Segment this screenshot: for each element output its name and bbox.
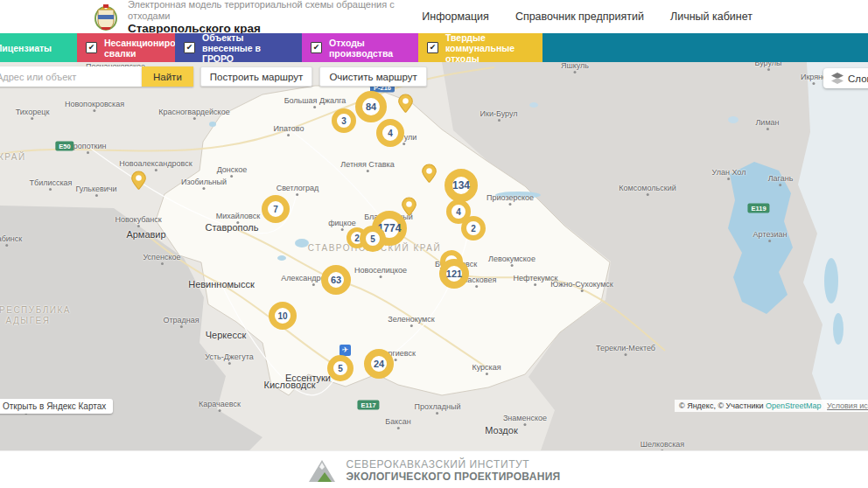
- filter-button-3[interactable]: ✔Объекты внесенные в ГРОРО: [175, 33, 302, 62]
- layers-icon: [831, 73, 844, 84]
- filter-button-label: Лицензиаты: [0, 43, 52, 53]
- nav-item-information[interactable]: Информация: [422, 10, 489, 23]
- map-label: Баксан: [385, 417, 410, 426]
- map-label: Моздок: [485, 425, 517, 436]
- map-label: Черкесск: [206, 330, 246, 340]
- footer: СЕВЕРОКАВКАЗСКИЙ ИНСТИТУТ ЭКОЛОГИЧЕСКОГО…: [0, 450, 868, 488]
- map-label: фицкое: [328, 219, 356, 227]
- filter-button-1[interactable]: ✔Лицензиаты: [0, 33, 77, 62]
- map-label: Летняя Ставка: [340, 160, 394, 169]
- map-label: Тбилисская: [30, 178, 73, 187]
- terms-link[interactable]: Условия использования: [827, 401, 868, 410]
- header: Электронная модель территориальной схемы…: [0, 0, 868, 33]
- pin-marker[interactable]: [131, 171, 146, 193]
- map-label: Артезиан: [753, 230, 788, 239]
- map-label: Яшкуль: [561, 62, 589, 70]
- map-label: Донское: [217, 165, 248, 174]
- map-label: Бурулы: [754, 62, 781, 67]
- map-label: КРАСНОДАРСКИЙ КРАЙ: [0, 152, 26, 162]
- map-label: Карачаевск: [199, 400, 241, 408]
- search-input[interactable]: [0, 66, 142, 87]
- cluster-marker[interactable]: 5: [327, 355, 354, 381]
- app-title-line1: Электронная модель территориальной схемы…: [128, 0, 422, 22]
- pin-marker[interactable]: [402, 197, 416, 220]
- filter-checkbox[interactable]: ✔: [184, 42, 195, 53]
- cluster-marker[interactable]: 7: [262, 195, 290, 223]
- osm-link[interactable]: OpenStreetMap: [766, 401, 822, 410]
- pin-marker[interactable]: [422, 164, 437, 186]
- institute-name-line2: ЭКОЛОГИЧЕСКОГО ПРОЕКТИРОВАНИЯ: [346, 471, 560, 483]
- map-label: Кропоткин: [69, 142, 107, 150]
- filter-button-label: Объекты внесенные в ГРОРО: [202, 33, 293, 62]
- open-in-yandex-button[interactable]: Открыть в Яндекс Картах: [0, 399, 113, 414]
- institute-logo: [307, 458, 335, 483]
- cluster-marker[interactable]: 3: [332, 108, 356, 133]
- map-label: Михайловск: [216, 212, 260, 220]
- nav-item-account[interactable]: Личный кабинет: [670, 10, 752, 23]
- cluster-marker[interactable]: 63: [321, 265, 351, 295]
- cluster-marker[interactable]: 5: [360, 226, 386, 252]
- map-label: Комсомольский: [619, 184, 676, 192]
- filter-button-5[interactable]: ✔Твердые коммунальные отходы: [418, 33, 542, 62]
- map-label: Светлоград: [276, 184, 319, 192]
- map-label: Новопокровская: [65, 100, 124, 108]
- cluster-marker[interactable]: 10: [269, 302, 297, 330]
- filter-bar: ✔Лицензиаты✔Несанкционированные свалки✔О…: [0, 33, 868, 62]
- map-label: Новоселицкое: [354, 266, 407, 275]
- filter-button-4[interactable]: ✔Отходы производства: [302, 33, 418, 62]
- map-label: Приозерское: [486, 193, 534, 202]
- map-label: Гулькевичи: [75, 185, 116, 193]
- nav-item-directory[interactable]: Справочник предприятий: [515, 10, 644, 23]
- road-badge: Е119: [747, 204, 769, 213]
- map-canvas[interactable]: ПесчанокопскоеТихорецкНовопокровскаяКрас…: [0, 62, 868, 450]
- map-label: Южно-Сухокумск: [550, 280, 613, 289]
- find-button[interactable]: Найти: [142, 66, 193, 87]
- map-label: Тихорецк: [16, 108, 50, 116]
- clear-route-button[interactable]: Очистить маршрут: [319, 66, 426, 87]
- build-route-button[interactable]: Построить маршрут: [200, 66, 313, 87]
- map-label: Зеленокумск: [388, 315, 434, 324]
- map-label: Усть-Джегута: [205, 352, 253, 361]
- layers-button[interactable]: Слои: [823, 68, 868, 88]
- app-window: Электронная модель территориальной схемы…: [0, 0, 868, 488]
- map-label: Улан Хол: [712, 168, 746, 177]
- map-label: Успенское: [143, 253, 180, 261]
- map-label: Терекли-Мектеб: [596, 344, 655, 352]
- map-label: Ессентуки: [285, 373, 331, 383]
- map-label: Левокумское: [488, 254, 536, 263]
- cluster-marker[interactable]: 121: [439, 259, 469, 289]
- layers-button-label: Слои: [848, 73, 868, 84]
- map-label: Курская: [472, 363, 500, 372]
- filter-button-2[interactable]: ✔Несанкционированные свалки: [77, 33, 175, 62]
- map-label: Шелковская: [640, 440, 684, 449]
- map-label: Ставрополь: [205, 222, 258, 233]
- filter-checkbox[interactable]: ✔: [427, 42, 438, 53]
- map-label: Изобильный: [181, 178, 227, 186]
- map-label: Новоалександровск: [119, 159, 192, 168]
- stavropol-coat-of-arms-logo: [94, 3, 117, 31]
- cluster-marker[interactable]: 134: [444, 169, 478, 202]
- map-label: Прохладный: [415, 402, 461, 411]
- cluster-marker[interactable]: 24: [364, 349, 394, 379]
- map-label: Ики-Бурул: [480, 109, 518, 118]
- filter-checkbox[interactable]: ✔: [311, 42, 322, 53]
- map-base-layer: [0, 62, 868, 450]
- map-label: Новокубанск: [115, 215, 161, 224]
- road-badge: Е117: [357, 401, 379, 410]
- pin-marker[interactable]: [398, 94, 413, 116]
- cluster-marker[interactable]: 4: [376, 119, 404, 147]
- map-label: Лиман: [755, 118, 779, 127]
- main-nav: Информация Справочник предприятий Личный…: [422, 10, 868, 23]
- road-badge: Е50: [55, 142, 74, 151]
- map-label: Лабинск: [0, 234, 22, 243]
- map-attribution: © Яндекс, © Участники OpenStreetMap Усло…: [675, 400, 868, 412]
- filter-checkbox[interactable]: ✔: [86, 42, 97, 53]
- map-label: Красногвардейское: [158, 108, 229, 116]
- institute-name-line1: СЕВЕРОКАВКАЗСКИЙ ИНСТИТУТ: [346, 458, 560, 471]
- cluster-marker[interactable]: 84: [355, 91, 387, 122]
- cluster-marker[interactable]: 2: [461, 216, 486, 241]
- filter-button-label: Отходы производства: [329, 38, 410, 59]
- map-label: Армавир: [126, 229, 165, 240]
- filter-button-label: Твердые коммунальные отходы: [445, 33, 534, 62]
- map-label: Лагань: [768, 174, 794, 183]
